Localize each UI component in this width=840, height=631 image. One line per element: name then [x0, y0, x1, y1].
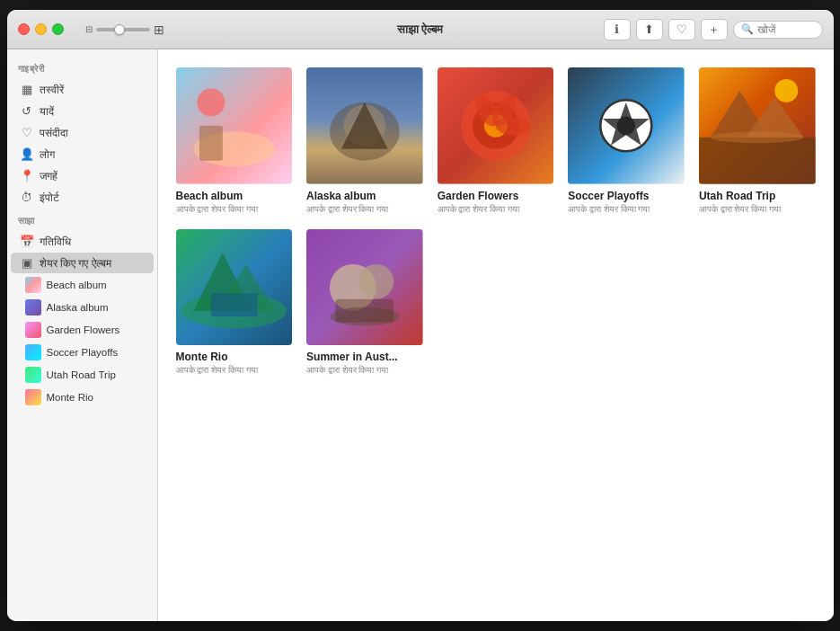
sidebar-sub-beach[interactable]: Beach album: [18, 274, 154, 296]
sidebar-sub-monte[interactable]: Monte Rio: [18, 387, 154, 408]
close-button[interactable]: [18, 23, 30, 35]
beach-svg: [176, 67, 293, 184]
shared-section-label: साझा: [7, 209, 157, 230]
summer-svg: [306, 229, 423, 346]
album-title-utah: Utah Road Trip: [699, 190, 816, 202]
album-subtitle-soccer: आपके द्वारा शेयर किया गया: [568, 204, 685, 215]
album-thumb-soccer: [568, 67, 685, 184]
album-title-alaska: Alaska album: [306, 190, 423, 202]
alaska-thumb: [25, 299, 41, 316]
album-item-garden[interactable]: Garden Flowers आपके द्वारा शेयर किया गया: [438, 67, 554, 215]
sidebar-sub-garden[interactable]: Garden Flowers: [18, 319, 154, 341]
info-button[interactable]: ℹ: [604, 19, 631, 40]
album-thumb-alaska: [306, 67, 423, 184]
album-item-monte[interactable]: Monte Rio आपके द्वारा शेयर किया गया: [176, 229, 293, 377]
album-title-monte: Monte Rio: [176, 351, 293, 363]
sidebar-sub-monte-label: Monte Rio: [47, 392, 93, 403]
album-title-beach: Beach album: [176, 190, 293, 202]
album-subtitle-garden: आपके द्वारा शेयर किया गया: [438, 204, 554, 215]
sidebar-item-imports-label: इंपोर्ट: [40, 191, 59, 204]
sidebar-item-people[interactable]: 👤 लोग: [11, 144, 154, 164]
album-title-soccer: Soccer Playoffs: [568, 190, 685, 202]
sidebar-item-favorites[interactable]: ♡ पसंदीदा: [11, 122, 154, 143]
beach-thumb: [25, 277, 41, 293]
garden-svg: [438, 67, 554, 184]
sidebar-item-activity-label: गतिविधि: [40, 236, 71, 248]
album-subtitle-monte: आपके द्वारा शेयर किया गया: [176, 365, 293, 376]
search-input[interactable]: [757, 23, 820, 36]
utah-thumb: [25, 367, 41, 383]
content-area: Beach album आपके द्वारा शेयर किया गया: [158, 49, 834, 621]
album-subtitle-alaska: आपके द्वारा शेयर किया गया: [306, 204, 423, 215]
sidebar-item-activity[interactable]: 📅 गतिविधि: [11, 231, 154, 252]
sidebar-sub-alaska[interactable]: Alaska album: [18, 297, 154, 318]
traffic-lights: [18, 23, 64, 35]
utah-svg: [699, 67, 816, 184]
sidebar-item-shared-albums[interactable]: ▣ शेयर किए गए ऐल्बम: [11, 253, 154, 273]
sidebar-item-photos[interactable]: ▦ तस्वीरें: [11, 79, 154, 100]
add-button[interactable]: ＋: [701, 19, 728, 40]
sidebar-item-places[interactable]: 📍 जगहें: [11, 165, 154, 186]
monte-thumb: [25, 389, 41, 405]
album-thumb-monte: [176, 229, 293, 346]
album-thumb-garden: [438, 67, 554, 184]
album-subtitle-summer: आपके द्वारा शेयर किया गया: [306, 365, 423, 376]
sidebar-item-people-label: लोग: [40, 148, 55, 161]
album-item-summer[interactable]: Summer in Aust... आपके द्वारा शेयर किया …: [306, 229, 423, 377]
search-icon: 🔍: [741, 23, 754, 35]
main-area: गाइब्रेरी ▦ तस्वीरें ↺ यादें ♡ पसंदीदा 👤…: [7, 49, 834, 621]
sidebar-item-places-label: जगहें: [40, 170, 57, 182]
search-box[interactable]: 🔍: [733, 21, 823, 39]
toolbar-actions: ℹ ⬆ ♡ ＋ 🔍: [604, 19, 823, 40]
sidebar-item-memories[interactable]: ↺ यादें: [11, 101, 154, 121]
album-subtitle-utah: आपके द्वारा शेयर किया गया: [699, 204, 816, 215]
svg-rect-29: [210, 293, 257, 316]
svg-point-2: [197, 88, 225, 116]
svg-rect-3: [199, 126, 222, 161]
sidebar-sub-utah-label: Utah Road Trip: [47, 369, 116, 380]
album-item-soccer[interactable]: Soccer Playoffs आपके द्वारा शेयर किया गय…: [568, 67, 685, 215]
svg-point-14: [495, 116, 530, 135]
sidebar-sub-utah[interactable]: Utah Road Trip: [18, 364, 154, 386]
album-title-garden: Garden Flowers: [438, 190, 554, 202]
minimize-button[interactable]: [35, 23, 47, 35]
soccer-svg: [568, 67, 685, 184]
window-title: साझा ऐल्बम: [397, 22, 444, 37]
zoom-in-icon: ⊞: [154, 22, 164, 37]
album-item-alaska[interactable]: Alaska album आपके द्वारा शेयर किया गया: [306, 67, 423, 215]
zoom-slider[interactable]: [96, 28, 150, 31]
sidebar-item-favorites-label: पसंदीदा: [40, 127, 68, 139]
sidebar-sub-soccer-label: Soccer Playoffs: [47, 347, 119, 358]
garden-thumb: [25, 322, 41, 338]
places-icon: 📍: [20, 169, 34, 182]
favorites-icon: ♡: [20, 126, 34, 139]
app-window: ⊟ ⊞ साझा ऐल्बम ℹ ⬆ ♡ ＋ 🔍 गाइब्रेरी ▦ तस्…: [7, 10, 834, 621]
svg-rect-0: [176, 67, 293, 184]
heart-button[interactable]: ♡: [668, 19, 695, 40]
sidebar-item-memories-label: यादें: [40, 105, 54, 118]
sidebar-item-shared-albums-label: शेयर किए गए ऐल्बम: [40, 257, 111, 270]
album-item-utah[interactable]: Utah Road Trip आपके द्वारा शेयर किया गया: [699, 67, 816, 215]
sub-albums-list: Beach album Alaska album Garden Flowers …: [7, 274, 157, 408]
slider-thumb: [114, 24, 125, 35]
alaska-svg: [306, 67, 423, 184]
svg-point-24: [711, 131, 804, 143]
imports-icon: ⏱: [20, 191, 34, 204]
memories-icon: ↺: [20, 104, 34, 118]
share-button[interactable]: ⬆: [636, 19, 663, 40]
album-thumb-beach: [176, 67, 293, 184]
photos-icon: ▦: [20, 83, 34, 96]
sidebar-sub-alaska-label: Alaska album: [47, 302, 109, 313]
sidebar-item-imports[interactable]: ⏱ इंपोर्ट: [11, 187, 154, 208]
svg-point-32: [358, 263, 393, 298]
monte-svg: [176, 229, 293, 346]
zoom-slider-area: ⊟ ⊞: [85, 22, 164, 37]
sidebar-sub-garden-label: Garden Flowers: [47, 324, 120, 335]
svg-point-18: [617, 116, 636, 135]
sidebar-sub-soccer[interactable]: Soccer Playoffs: [18, 342, 154, 363]
album-thumb-utah: [699, 67, 816, 184]
album-item-beach[interactable]: Beach album आपके द्वारा शेयर किया गया: [176, 67, 293, 215]
album-thumb-summer: [306, 229, 423, 346]
maximize-button[interactable]: [52, 23, 64, 35]
svg-rect-20: [699, 138, 816, 184]
